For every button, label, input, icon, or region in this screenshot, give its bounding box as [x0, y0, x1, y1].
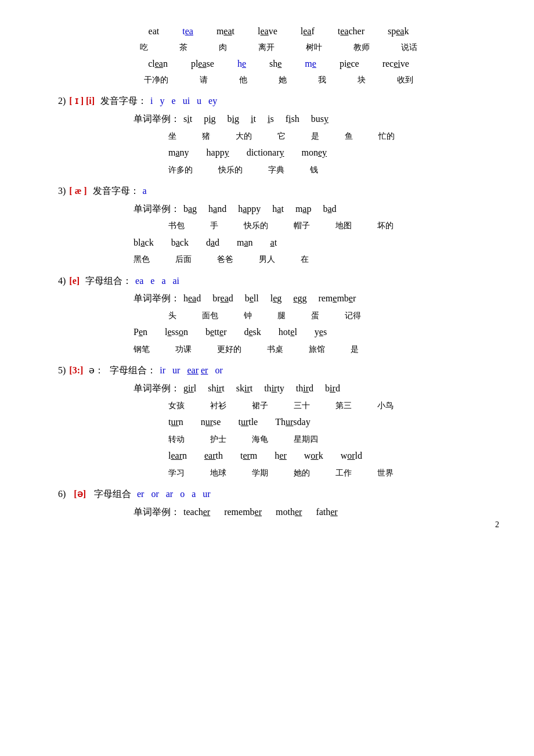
cn-dad: 爸爸 [217, 252, 233, 267]
section-3: 3) [ æ ] 发音字母： a 单词举例： bag hand happy ha… [58, 183, 499, 267]
section5-cn1: 女孩 衬衫 裙子 三十 第三 小鸟 [168, 398, 499, 413]
word-eat: eat [149, 23, 160, 40]
word-thirty: thirty [264, 380, 284, 397]
word-fish: fish [286, 111, 300, 128]
section3-example-label: 单词举例： bag hand happy hat map bad [134, 201, 499, 218]
section6-letters: er or ar o a ur [135, 486, 211, 503]
cn-pig: 猪 [202, 129, 210, 143]
top-cn-row2: 干净的 请 他 她 我 块 收到 [58, 73, 499, 87]
section3-phoneme: [ æ ] [69, 183, 86, 200]
word-head: head [183, 290, 201, 307]
cn-pen: 钢笔 [134, 342, 150, 357]
cn-piece: 块 [358, 73, 366, 87]
cn-yes: 是 [351, 342, 359, 357]
word-me: me [305, 56, 316, 73]
word-happy: happy [238, 201, 261, 218]
section6-example-label: 单词举例： teacher remember mother father [134, 504, 499, 521]
cn-is: 是 [311, 129, 319, 143]
word-work: work [304, 448, 323, 465]
word-dad: dad [206, 235, 219, 251]
section5-number: 5) [58, 362, 66, 379]
cn-money: 钱 [310, 163, 318, 177]
cn-leaf: 树叶 [306, 40, 322, 55]
section-6: 6) [ə] 字母组合 er or ar o a ur 单词举例： teache… [58, 486, 499, 521]
word-teacher-s6: teacher [183, 504, 210, 521]
cn-work: 工作 [335, 466, 352, 480]
word-man: man [237, 235, 253, 251]
section6-header: 6) [ə] 字母组合 er or ar o a ur [58, 486, 499, 503]
cn-thursday: 星期四 [294, 432, 318, 447]
word-piece: piece [340, 56, 359, 73]
cn-happy-s2: 快乐的 [218, 163, 243, 177]
section3-number: 3) [58, 183, 66, 200]
cn-better: 更好的 [217, 342, 241, 357]
word-teacher: teacher [338, 23, 365, 40]
section5-example-label: 单词举例： girl shirt skirt thirty third bird [134, 380, 499, 397]
cn-she: 她 [279, 73, 287, 87]
section4-label: 字母组合： [83, 273, 132, 290]
cn-bell: 钟 [244, 308, 252, 323]
section-4: 4) [e] 字母组合： ea e a ai 单词举例： head bread … [58, 273, 499, 357]
cn-speak: 说话 [401, 40, 417, 55]
word-lesson: lesson [165, 324, 188, 341]
section4-header: 4) [e] 字母组合： ea e a ai [58, 273, 499, 290]
word-better: better [205, 324, 226, 341]
section2-number: 2) [58, 93, 66, 110]
cn-back: 后面 [175, 252, 192, 267]
word-happy: happy [207, 145, 229, 161]
section2-phoneme: [ ɪ ] [i] [69, 93, 95, 110]
section3-cn1: 书包 手 快乐的 帽子 地图 坏的 [168, 218, 499, 233]
section4-number: 4) [58, 273, 66, 290]
cn-bird: 小鸟 [377, 398, 394, 413]
main-page: eat tea meat leave leaf teacher speak 吃 … [58, 23, 499, 521]
word-turtle: turtle [238, 414, 258, 431]
word-pig: pig [204, 111, 215, 128]
cn-map: 地图 [335, 218, 352, 233]
cn-hat: 帽子 [294, 218, 310, 233]
cn-her: 她的 [294, 466, 310, 480]
page-number: 2 [495, 517, 499, 532]
section3-header: 3) [ æ ] 发音字母： a [58, 183, 499, 200]
cn-black: 黑色 [134, 252, 150, 267]
word-bird: bird [325, 380, 340, 397]
cn-big: 大的 [236, 129, 252, 143]
top-words-row1: eat tea meat leave leaf teacher speak [58, 23, 499, 40]
top-words-row2: clean please he she me piece receive [58, 56, 499, 73]
section5-letters: ir ur ear er or [160, 362, 222, 379]
cn-man: 男人 [259, 252, 275, 267]
cn-he: 他 [239, 73, 247, 87]
cn-dictionary: 字典 [268, 163, 284, 177]
word-busy: busy [311, 111, 329, 128]
section2-ex-label: 单词举例： [134, 111, 180, 128]
section3-ex-label: 单词举例： [134, 201, 180, 218]
section5-phoneme2: ə： [86, 362, 104, 379]
word-map: map [295, 201, 312, 218]
section-5: 5) [3:] ə： 字母组合： ir ur ear er or 单词举例： g… [58, 362, 499, 480]
word-dictionary: dictionary [247, 145, 284, 161]
cn-at: 在 [301, 252, 309, 267]
cn-bad: 坏的 [377, 218, 394, 233]
cn-learn: 学习 [168, 466, 185, 480]
cn-clean: 干净的 [144, 73, 168, 87]
cn-meat: 肉 [219, 40, 227, 55]
cn-leg: 腿 [277, 308, 286, 323]
word-desk: desk [244, 324, 261, 341]
section2-cn2: 许多的 快乐的 字典 钱 [168, 163, 499, 177]
section-top: eat tea meat leave leaf teacher speak 吃 … [58, 23, 499, 87]
cn-sit: 坐 [168, 129, 176, 143]
word-bad: bad [323, 201, 336, 218]
word-bag: bag [183, 201, 197, 218]
word-leaf: leaf [301, 23, 315, 40]
cn-third: 第三 [335, 398, 352, 413]
word-bell: bell [245, 290, 259, 307]
cn-happy-s3: 快乐的 [244, 218, 268, 233]
cn-shirt: 衬衫 [210, 398, 226, 413]
cn-hand: 手 [210, 218, 218, 233]
section5-label: 字母组合： [107, 362, 156, 379]
cn-egg: 蛋 [311, 308, 319, 323]
word-her: her [275, 448, 286, 465]
cn-teacher-top: 教师 [353, 40, 370, 55]
section2-cn1: 坐 猪 大的 它 是 鱼 忙的 [168, 129, 499, 143]
cn-please: 请 [200, 73, 208, 87]
word-remember: remember [318, 290, 356, 307]
